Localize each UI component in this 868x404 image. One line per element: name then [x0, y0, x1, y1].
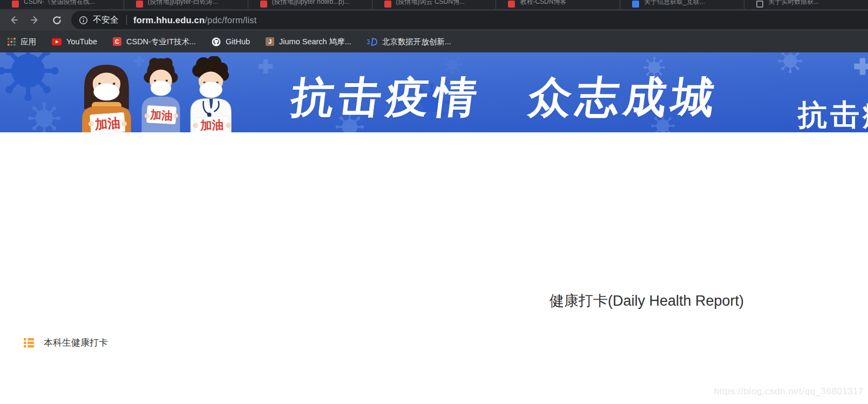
- tab-strip: CSDN-《全国疫情在线... (疫情地)jupyter-白乾涛... (疫情地…: [0, 0, 868, 9]
- apps-shortcut[interactable]: 应用: [8, 37, 36, 47]
- globe-favicon: [756, 1, 763, 8]
- banner-slogan: 抗击疫情 众志成城: [288, 72, 722, 123]
- url-path: /pdc/form/list: [205, 15, 256, 25]
- tab-4[interactable]: (疫情地)词云 CSDN博...: [372, 0, 497, 9]
- csdn-watermark: https://blog.csdn.net/qq_36801317: [714, 386, 864, 397]
- back-arrow-icon: [8, 15, 19, 25]
- info-icon: [79, 16, 88, 25]
- tab-title: (疫情地)词云 CSDN博...: [396, 0, 465, 6]
- forward-button[interactable]: [26, 11, 44, 29]
- csdn-favicon: [384, 1, 391, 8]
- security-label[interactable]: 不安全: [93, 15, 119, 26]
- masked-people-illustration: 加油 加油 加油: [69, 56, 250, 132]
- url-host: form.hhu.edu.cn: [133, 15, 205, 25]
- apps-grid-icon: [8, 38, 16, 46]
- apps-label: 应用: [21, 37, 36, 47]
- youtube-icon: [52, 38, 62, 45]
- tab-7[interactable]: 关于实时数据获...: [744, 0, 868, 9]
- bookmark-label: 北京数据开放创新...: [382, 37, 451, 47]
- tab-title: 教程-CSDN博客: [520, 0, 566, 6]
- bookmark-github[interactable]: GitHub: [212, 37, 250, 46]
- forward-arrow-icon: [30, 15, 40, 25]
- form-list-page: 健康打卡(Daily Health Report) 本科生健康打卡 返校信息采集…: [0, 132, 868, 404]
- jiumo-icon: J: [266, 37, 274, 46]
- github-icon: [212, 37, 221, 46]
- tab-title: CSDN-《全国疫情在线...: [24, 0, 95, 6]
- jiumo-glyph: J: [268, 38, 272, 45]
- list-icon: [24, 338, 34, 348]
- bookmark-csdn[interactable]: C CSDN-专业IT技术...: [113, 37, 196, 47]
- section-heading-health-report: 健康打卡(Daily Health Report): [523, 291, 771, 311]
- csdn-icon: C: [113, 37, 121, 46]
- link-label: 本科生健康打卡: [44, 336, 108, 349]
- bookmark-beijing-data[interactable]: 北京数据开放创新...: [367, 37, 451, 47]
- browser-toolbar: 不安全 form.hhu.edu.cn/pdc/form/list: [0, 9, 868, 31]
- refresh-icon: [52, 15, 62, 25]
- bookmark-jiumo[interactable]: J Jiumo Search 鸠摩...: [266, 37, 351, 47]
- tab-1[interactable]: CSDN-《全国疫情在线...: [0, 0, 124, 9]
- bookmarks-bar: 应用 YouTube C CSDN-专业IT技术... GitHub J Jiu…: [0, 31, 868, 52]
- tab-title: 关于信息获取_互联...: [644, 0, 705, 6]
- omnibox-separator: [126, 15, 127, 25]
- address-bar[interactable]: 不安全 form.hhu.edu.cn/pdc/form/list: [71, 11, 868, 29]
- tab-3[interactable]: (疫情地)jupyter noteb...p)...: [248, 0, 372, 9]
- link-undergrad-health-checkin[interactable]: 本科生健康打卡: [24, 336, 108, 349]
- bookmark-label: YouTube: [66, 37, 97, 46]
- tab-title: (疫情地)jupyter-白乾涛...: [148, 0, 218, 6]
- cheer-sign-text: 加油: [150, 108, 173, 122]
- csdn-favicon: [508, 1, 515, 8]
- csdn-glyph: C: [115, 38, 119, 45]
- epidemic-banner: 加油 加油 加油 抗击: [0, 52, 868, 132]
- banner-slogan-repeat: 抗击疫: [798, 96, 868, 132]
- csdn-favicon: [12, 1, 19, 8]
- back-button[interactable]: [4, 11, 23, 29]
- tab-title: 关于实时数据获...: [768, 0, 819, 6]
- cheer-sign-text: 加油: [94, 116, 121, 132]
- blue-app-favicon: [632, 1, 639, 8]
- url-text: form.hhu.edu.cn/pdc/form/list: [133, 15, 257, 25]
- tab-2[interactable]: (疫情地)jupyter-白乾涛...: [124, 0, 248, 9]
- csdn-favicon: [136, 1, 143, 8]
- cheer-sign-text: 加油: [199, 118, 223, 132]
- tab-5[interactable]: 教程-CSDN博客: [496, 0, 620, 9]
- bookmark-label: GitHub: [226, 37, 250, 46]
- refresh-button[interactable]: [48, 11, 66, 29]
- beijing-data-icon: [367, 38, 377, 46]
- bookmark-youtube[interactable]: YouTube: [52, 37, 97, 46]
- bookmark-label: Jiumo Search 鸠摩...: [279, 37, 351, 47]
- tab-6[interactable]: 关于信息获取_互联...: [620, 0, 744, 9]
- tab-title: (疫情地)jupyter noteb...p)...: [272, 0, 350, 6]
- csdn-favicon: [260, 1, 267, 8]
- bookmark-label: CSDN-专业IT技术...: [126, 37, 196, 47]
